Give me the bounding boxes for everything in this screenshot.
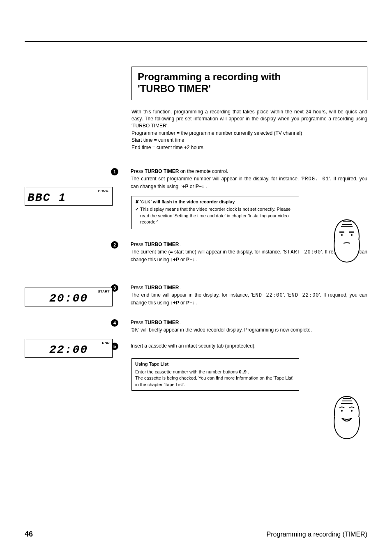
clk-note-box: ✘ 'CLK' will flash in the video recorder… xyxy=(131,196,299,229)
clk-note-title: 'CLK' will flash in the video recorder d… xyxy=(140,199,235,205)
step-1-text: Press TURBO TIMER on the remote control.… xyxy=(131,168,367,190)
tape-list-body: The cassette is being checked. You can f… xyxy=(135,375,293,387)
tape-list-box: Using Tape List Enter the cassette numbe… xyxy=(131,358,299,391)
step-number-4: 4 xyxy=(111,319,118,327)
step-1: 1 Press TURBO TIMER on the remote contro… xyxy=(131,168,367,190)
minus-icon xyxy=(199,184,202,189)
display-prog: PROG. BBC 1 xyxy=(25,187,113,206)
clk-note-body: This display means that the video record… xyxy=(140,206,295,225)
plus-icon xyxy=(173,257,176,263)
intro-p4: End time = current time +2 hours xyxy=(131,144,367,151)
step-5: 5 Insert a cassette with an intact secur… xyxy=(131,342,367,350)
plus-icon xyxy=(173,300,176,306)
step-number-1: 1 xyxy=(111,168,118,175)
svg-point-0 xyxy=(341,234,343,236)
top-rule xyxy=(25,41,367,42)
intro-p3: Start time = current time xyxy=(131,137,367,144)
section-title-box: Programming a recording with 'TURBO TIME… xyxy=(131,67,367,100)
intro-p2: Programme number = the programme number … xyxy=(131,130,367,137)
svg-point-1 xyxy=(351,234,353,236)
display-start: START 20:00 xyxy=(25,288,113,306)
tape-list-title: Using Tape List xyxy=(135,361,295,367)
step-3-text: Press TURBO TIMER . The end time will ap… xyxy=(131,284,367,306)
footer-title: Programming a recording (TIMER) xyxy=(267,531,367,538)
title-line-1: Programming a recording with xyxy=(138,71,281,82)
page-footer: 46 Programming a recording (TIMER) xyxy=(25,530,367,539)
intro-text: With this function, programming a record… xyxy=(131,108,367,151)
step-number-2: 2 xyxy=(111,241,118,249)
display-prog-value: BBC 1 xyxy=(28,193,110,203)
x-mark-icon: ✘ xyxy=(135,199,140,205)
intro-p1: With this function, programming a record… xyxy=(131,108,367,130)
title-line-2: 'TURBO TIMER' xyxy=(138,83,211,94)
step-4: 4 Press TURBO TIMER . 'OK' will briefly … xyxy=(131,319,367,334)
face-neutral-icon xyxy=(330,218,363,263)
svg-point-2 xyxy=(341,410,343,412)
face-smiling-icon xyxy=(330,394,363,440)
display-start-value: 20:00 xyxy=(49,292,88,305)
display-end-value: 22:00 xyxy=(49,343,88,356)
page-number: 46 xyxy=(25,530,33,539)
step-3: 3 Press TURBO TIMER . The end time will … xyxy=(131,284,367,306)
display-end: END 22:00 xyxy=(25,339,113,358)
svg-point-3 xyxy=(351,410,353,412)
check-mark-icon: ✓ xyxy=(135,206,140,212)
step-4-text: Press TURBO TIMER . 'OK' will briefly ap… xyxy=(131,319,367,334)
section-title: Programming a recording with 'TURBO TIME… xyxy=(138,71,361,95)
step-5-text: Insert a cassette with an intact securit… xyxy=(131,342,367,350)
